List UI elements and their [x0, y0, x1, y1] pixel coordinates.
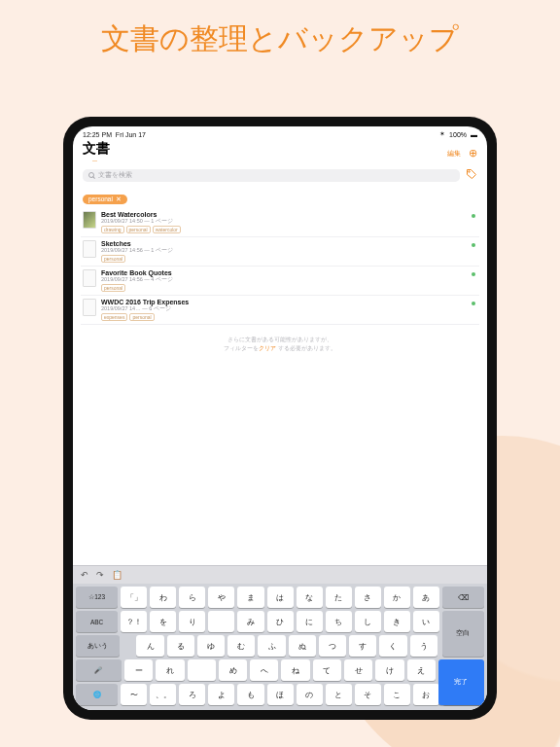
marketing-headline: 文書の整理とバックアップ [0, 0, 560, 69]
keyboard-mode-key[interactable]: 🎤 [76, 659, 122, 681]
keyboard-key[interactable]: ふ [258, 635, 285, 657]
keyboard-key[interactable]: け [375, 659, 403, 681]
sync-status-dot [472, 214, 475, 218]
doc-subtitle: 2019/09/27 14:56 — 4 ページ [101, 276, 477, 283]
page-title: 文書 [83, 140, 110, 158]
keyboard-mode-key[interactable]: あいう [76, 635, 120, 657]
keyboard-key[interactable]: ほ [267, 684, 294, 705]
keyboard-key[interactable]: ぬ [289, 635, 316, 657]
screen: 12:25 PM Fri Jun 17 ✶ 100% ▬ 文書 — 編集 ⊕ 文 [73, 126, 487, 710]
keyboard-key[interactable]: え [407, 659, 436, 681]
keyboard-key[interactable]: つ [319, 635, 346, 657]
keyboard-key[interactable]: こ [384, 684, 410, 705]
keyboard-key[interactable]: の [297, 684, 323, 705]
empty-state: さらに文書がある可能性がありますが、 フィルターをクリア する必要があります。 [73, 325, 487, 353]
empty-pre: フィルターを [224, 344, 259, 351]
keyboard-key[interactable]: ひ [267, 611, 294, 632]
keyboard-mode-key[interactable]: ABC [76, 611, 118, 632]
clear-filter-link[interactable]: クリア [259, 344, 276, 351]
keyboard-key[interactable]: よ [208, 684, 234, 705]
doc-thumbnail [83, 240, 96, 258]
keyboard-key[interactable]: そ [355, 684, 381, 705]
keyboard-key[interactable]: り [179, 611, 205, 632]
keyboard-key[interactable]: ろ [179, 684, 205, 705]
keyboard-key[interactable]: る [167, 635, 194, 657]
keyboard-key[interactable]: 「」 [121, 587, 147, 608]
doc-thumbnail [83, 299, 96, 316]
keyboard-key[interactable]: に [297, 611, 323, 632]
keyboard-key[interactable]: し [355, 611, 381, 632]
doc-thumbnail [83, 211, 96, 229]
tag-chip: personal [101, 255, 125, 263]
keyboard-key[interactable]: や [208, 587, 234, 608]
keyboard-key[interactable]: め [219, 659, 247, 681]
undo-icon[interactable]: ↶ [81, 570, 88, 580]
keyboard-key[interactable]: ん [136, 635, 163, 657]
status-bar: 12:25 PM Fri Jun 17 ✶ 100% ▬ [73, 126, 487, 138]
filter-clear-icon[interactable]: ✕ [116, 196, 122, 203]
document-row[interactable]: WWDC 2016 Trip Expenses2019/09/27 14… — … [81, 296, 479, 325]
keyboard-key[interactable]: 、。 [150, 684, 176, 705]
keyboard-key[interactable]: ね [281, 659, 309, 681]
keyboard-key[interactable]: を [150, 611, 176, 632]
keyboard-key[interactable]: う [410, 635, 438, 657]
keyboard-key[interactable]: れ [156, 659, 184, 681]
page-subtitle: — [83, 158, 110, 166]
keyboard-key[interactable]: ？！ [121, 611, 147, 632]
keyboard-action-key[interactable]: ⌫ [442, 587, 484, 608]
tag-chip: watercolor [153, 226, 181, 233]
keyboard-key[interactable]: ち [326, 611, 352, 632]
active-filter-chip[interactable]: personal ✕ [83, 195, 127, 204]
keyboard-key[interactable]: 〜 [121, 684, 147, 705]
keyboard-key[interactable]: く [379, 635, 406, 657]
keyboard-key[interactable] [208, 611, 234, 632]
tag-chip: personal [101, 284, 125, 292]
doc-title: Best Watercolors [101, 211, 477, 218]
keyboard-key[interactable]: ゆ [197, 635, 225, 657]
tag-chip: expenses [101, 313, 127, 321]
keyboard-key[interactable]: ら [179, 587, 205, 608]
battery-icon: ▬ [471, 131, 477, 138]
search-input[interactable]: 文書を検索 [83, 169, 460, 182]
keyboard-key[interactable]: あ [413, 587, 439, 608]
keyboard-key[interactable]: ー [124, 659, 153, 681]
edit-button[interactable]: 編集 [447, 149, 461, 159]
search-placeholder: 文書を検索 [98, 171, 132, 180]
search-icon [88, 172, 94, 178]
keyboard-key[interactable]: さ [355, 587, 381, 608]
keyboard-key[interactable]: な [297, 587, 323, 608]
keyboard-action-key[interactable]: 完了 [438, 659, 484, 705]
document-row[interactable]: Best Watercolors2019/09/27 14:50 — 1 ページ… [81, 208, 479, 237]
keyboard-key[interactable]: み [237, 611, 263, 632]
keyboard-key[interactable]: へ [250, 659, 278, 681]
keyboard-key[interactable]: お [413, 684, 439, 705]
keyboard-key[interactable]: む [228, 635, 255, 657]
keyboard-key[interactable]: す [349, 635, 376, 657]
clipboard-icon[interactable]: 📋 [112, 570, 122, 580]
keyboard-key[interactable]: き [384, 611, 410, 632]
ipad-frame: 12:25 PM Fri Jun 17 ✶ 100% ▬ 文書 — 編集 ⊕ 文 [63, 117, 497, 720]
keyboard-key[interactable]: か [384, 587, 410, 608]
keyboard-key[interactable] [188, 659, 216, 681]
keyboard-key[interactable]: も [237, 684, 263, 705]
keyboard-mode-key[interactable]: 🌐 [76, 684, 118, 705]
tag-filter-icon[interactable] [466, 166, 477, 184]
status-time: 12:25 PM [83, 131, 112, 138]
redo-icon[interactable]: ↷ [96, 570, 104, 580]
add-icon[interactable]: ⊕ [469, 147, 477, 160]
document-row[interactable]: Sketches2019/09/27 14:56 — 1 ページpersonal [81, 237, 479, 267]
keyboard-key[interactable]: せ [344, 659, 372, 681]
keyboard-key[interactable]: わ [150, 587, 176, 608]
tag-chip: drawing [101, 226, 124, 233]
keyboard-key[interactable]: て [313, 659, 341, 681]
document-row[interactable]: Favorite Book Quotes2019/09/27 14:56 — 4… [81, 267, 479, 296]
keyboard-key[interactable]: い [413, 611, 439, 632]
keyboard-key[interactable]: ま [237, 587, 263, 608]
keyboard-action-key[interactable]: 空白 [442, 611, 484, 657]
empty-line1: さらに文書がある可能性がありますが、 [228, 336, 332, 342]
keyboard-toolbar: ↶ ↷ 📋 [73, 565, 487, 584]
keyboard-mode-key[interactable]: ☆123 [76, 587, 118, 608]
keyboard-key[interactable]: は [267, 587, 294, 608]
keyboard-key[interactable]: た [326, 587, 352, 608]
keyboard-key[interactable]: と [326, 684, 352, 705]
